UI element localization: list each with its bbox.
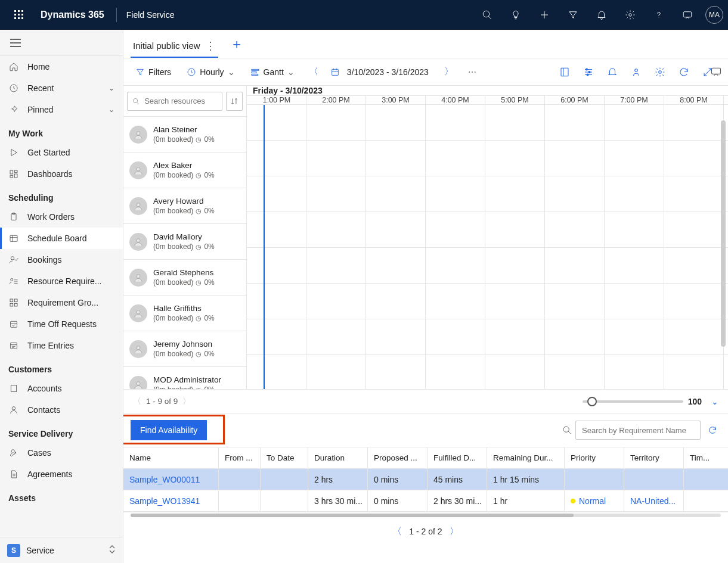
refresh-requirements-icon[interactable] [704, 422, 721, 438]
find-availability-button[interactable]: Find Availability [131, 420, 207, 440]
col-duration[interactable]: Duration [308, 447, 368, 468]
gantt-cell[interactable] [545, 319, 605, 354]
lightbulb-icon[interactable] [503, 1, 529, 29]
gantt-cell[interactable] [426, 105, 485, 140]
gantt-cell[interactable] [664, 212, 724, 247]
gantt-cell[interactable] [605, 105, 664, 140]
gantt-cell[interactable] [664, 248, 724, 283]
gantt-cell[interactable] [545, 141, 605, 176]
gantt-cell[interactable] [485, 355, 545, 389]
nav-contacts[interactable]: Contacts [0, 399, 123, 421]
cell-name[interactable]: Sample_WO13941 [123, 490, 219, 511]
resource-row[interactable]: David Mallory (0m booked) ◷ 0% [123, 224, 246, 260]
bell-icon[interactable] [606, 66, 618, 78]
gantt-cell[interactable] [366, 176, 426, 211]
page-next-button[interactable]: 〉 [182, 396, 191, 407]
nav-time-off-requests[interactable]: Time Off Requests [0, 313, 123, 335]
filter-icon[interactable] [560, 1, 586, 29]
nav-recent[interactable]: Recent ⌄ [0, 77, 123, 99]
app-launcher-icon[interactable] [5, 1, 33, 29]
gantt-cell[interactable] [545, 105, 605, 140]
book-icon[interactable] [559, 66, 571, 78]
resource-row[interactable]: MOD Administrator (0m booked) ◷ 0% [123, 367, 246, 389]
gantt-cell[interactable] [664, 141, 724, 176]
gantt-row[interactable] [247, 105, 728, 141]
nav-requirement-groups[interactable]: Requirement Gro... [0, 292, 123, 313]
gantt-cell[interactable] [664, 319, 724, 354]
nav-cases[interactable]: Cases [0, 442, 123, 464]
gantt-row[interactable] [247, 248, 728, 284]
gantt-cell[interactable] [485, 141, 545, 176]
col-priority[interactable]: Priority [565, 447, 624, 468]
nav-accounts[interactable]: Accounts [0, 378, 123, 399]
nav-bookings[interactable]: Bookings [0, 249, 123, 270]
gantt-cell[interactable] [366, 284, 426, 319]
gear-icon[interactable] [617, 1, 643, 29]
nav-agreements[interactable]: Agreements [0, 464, 123, 485]
col-time[interactable]: Tim... [684, 447, 720, 468]
nav-home[interactable]: Home [0, 56, 123, 77]
gantt-cell[interactable] [485, 284, 545, 319]
sort-button[interactable] [226, 92, 243, 111]
col-fulfilled[interactable]: Fulfilled D... [427, 447, 487, 468]
gantt-cell[interactable] [366, 105, 426, 140]
gantt-grid[interactable] [247, 105, 728, 389]
gantt-row[interactable] [247, 212, 728, 248]
gantt-cell[interactable] [247, 212, 306, 247]
help-icon[interactable] [646, 1, 672, 29]
gantt-cell[interactable] [426, 212, 485, 247]
time-scale-dropdown[interactable]: Hourly ⌄ [182, 65, 239, 79]
gantt-cell[interactable] [605, 176, 664, 211]
area-switcher[interactable]: S Service [0, 537, 123, 563]
gantt-cell[interactable] [247, 284, 306, 319]
gantt-cell[interactable] [247, 355, 306, 389]
gantt-row[interactable] [247, 319, 728, 355]
gantt-cell[interactable] [247, 319, 306, 354]
search-icon[interactable] [474, 1, 500, 29]
assistant-icon[interactable] [674, 1, 701, 29]
gantt-row[interactable] [247, 355, 728, 389]
gantt-row[interactable] [247, 141, 728, 176]
col-territory[interactable]: Territory [624, 447, 684, 468]
resource-row[interactable]: Halle Griffiths (0m booked) ◷ 0% [123, 296, 246, 331]
req-page-prev-button[interactable]: 〈 [392, 525, 402, 538]
collapse-nav-icon[interactable] [6, 33, 25, 52]
gantt-cell[interactable] [306, 212, 366, 247]
gantt-cell[interactable] [426, 248, 485, 283]
date-range-picker[interactable]: 3/10/2023 - 3/16/2023 [326, 65, 437, 79]
col-remaining[interactable]: Remaining Dur... [487, 447, 565, 468]
resource-row[interactable]: Gerald Stephens (0m booked) ◷ 0% [123, 260, 246, 296]
gantt-cell[interactable] [485, 105, 545, 140]
resource-row[interactable]: Alan Steiner (0m booked) ◷ 0% [123, 117, 246, 153]
requirement-row[interactable]: Sample_WO13941 3 hrs 30 mi... 0 mins 2 h… [123, 490, 728, 512]
gantt-cell[interactable] [426, 176, 485, 211]
gantt-row[interactable] [247, 284, 728, 319]
list-settings-icon[interactable] [583, 66, 594, 78]
req-page-next-button[interactable]: 〉 [450, 525, 459, 538]
user-avatar[interactable]: MA [705, 6, 723, 24]
gantt-cell[interactable] [485, 319, 545, 354]
collapse-panel-icon[interactable]: ⌄ [711, 397, 718, 406]
gantt-cell[interactable] [426, 141, 485, 176]
gantt-cell[interactable] [366, 248, 426, 283]
resource-row[interactable]: Avery Howard (0m booked) ◷ 0% [123, 188, 246, 224]
cell-territory[interactable]: NA-United... [624, 490, 684, 511]
gantt-cell[interactable] [605, 284, 664, 319]
nav-time-entries[interactable]: Time Entries [0, 335, 123, 356]
gantt-cell[interactable] [664, 284, 724, 319]
add-tab-icon[interactable]: ＋ [230, 35, 243, 58]
gantt-cell[interactable] [605, 212, 664, 247]
gantt-cell[interactable] [545, 355, 605, 389]
date-next-button[interactable]: 〉 [441, 64, 457, 80]
nav-dashboards[interactable]: Dashboards [0, 163, 123, 185]
refresh-icon[interactable] [678, 66, 690, 78]
gantt-row[interactable] [247, 176, 728, 212]
gantt-cell[interactable] [306, 176, 366, 211]
gantt-cell[interactable] [605, 319, 664, 354]
resource-row[interactable]: Alex Baker (0m booked) ◷ 0% [123, 153, 246, 188]
gantt-cell[interactable] [306, 284, 366, 319]
gantt-cell[interactable] [306, 105, 366, 140]
vertical-scrollbar[interactable] [721, 120, 726, 347]
app-name[interactable]: Field Service [122, 10, 179, 20]
add-icon[interactable] [531, 1, 557, 29]
